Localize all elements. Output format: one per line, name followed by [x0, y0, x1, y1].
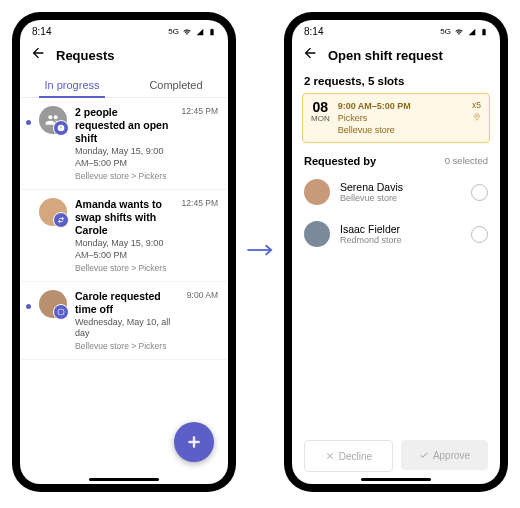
- tabs: In progress Completed: [20, 71, 228, 98]
- header: Requests: [20, 39, 228, 71]
- unread-dot: [26, 304, 31, 309]
- avatar: [304, 179, 330, 205]
- selected-count: 0 selected: [445, 155, 488, 167]
- shift-date: 08 MON: [311, 100, 330, 136]
- page-title: Open shift request: [328, 48, 443, 63]
- signal-icon: [467, 28, 477, 36]
- row-meta: Bellevue store > Pickers: [75, 171, 170, 181]
- page-title: Requests: [56, 48, 115, 63]
- close-icon: [325, 451, 335, 461]
- battery-icon: [208, 27, 216, 37]
- approve-button[interactable]: Approve: [401, 440, 488, 470]
- back-button[interactable]: [30, 45, 46, 65]
- shift-card[interactable]: 08 MON 9:00 AM–5:00 PM Pickers Bellevue …: [302, 93, 490, 143]
- row-meta: Bellevue store > Pickers: [75, 341, 175, 351]
- select-radio[interactable]: [471, 184, 488, 201]
- requested-by-header: Requested by 0 selected: [292, 143, 500, 171]
- status-icons: 5G: [168, 27, 216, 37]
- location-pin-icon: [473, 112, 481, 122]
- status-bar: 8:14 5G: [292, 20, 500, 39]
- requester-store: Bellevue store: [340, 193, 461, 203]
- row-meta: Bellevue store > Pickers: [75, 263, 170, 273]
- svg-point-1: [476, 115, 478, 117]
- requester-row[interactable]: Isaac Fielder Redmond store: [292, 213, 500, 255]
- row-title: Amanda wants to swap shifts with Carole: [75, 198, 170, 237]
- group-avatar: [39, 106, 67, 134]
- shift-time: 9:00 AM–5:00 PM: [338, 100, 481, 112]
- phone-right: 8:14 5G Open shift request 2 requests, 5…: [284, 12, 508, 492]
- requester-name: Isaac Fielder: [340, 223, 461, 235]
- battery-icon: [480, 27, 488, 37]
- decline-label: Decline: [339, 451, 372, 462]
- tab-completed[interactable]: Completed: [124, 71, 228, 97]
- request-row[interactable]: Carole requested time off Wednesday, May…: [20, 282, 228, 361]
- network-label: 5G: [440, 27, 451, 36]
- signal-icon: [195, 28, 205, 36]
- clock: 8:14: [32, 26, 51, 37]
- open-shift-badge-icon: [53, 120, 69, 136]
- shift-dow: MON: [311, 115, 330, 124]
- requester-row[interactable]: Serena Davis Bellevue store: [292, 171, 500, 213]
- row-title: 2 people requested an open shift: [75, 106, 170, 145]
- requester-name: Serena Davis: [340, 181, 461, 193]
- clock: 8:14: [304, 26, 323, 37]
- request-row[interactable]: 2 people requested an open shift Monday,…: [20, 98, 228, 190]
- requested-by-label: Requested by: [304, 155, 376, 167]
- avatar: [39, 198, 67, 226]
- avatar: [39, 290, 67, 318]
- network-label: 5G: [168, 27, 179, 36]
- home-indicator: [89, 478, 159, 481]
- header: Open shift request: [292, 39, 500, 71]
- row-sub: Monday, May 15, 9:00 AM–5:00 PM: [75, 146, 170, 169]
- shift-store: Bellevue store: [338, 124, 481, 136]
- status-bar: 8:14 5G: [20, 20, 228, 39]
- status-icons: 5G: [440, 27, 488, 37]
- select-radio[interactable]: [471, 226, 488, 243]
- row-sub: Wednesday, May 10, all day: [75, 317, 175, 340]
- action-bar: Decline Approve: [292, 440, 500, 472]
- row-sub: Monday, May 15, 9:00 AM–5:00 PM: [75, 238, 170, 261]
- phone-left: 8:14 5G Requests In progress Completed: [12, 12, 236, 492]
- swap-badge-icon: [53, 212, 69, 228]
- arrow-right-icon: [246, 240, 274, 264]
- back-button[interactable]: [302, 45, 318, 65]
- shift-day: 08: [311, 100, 330, 115]
- request-row[interactable]: Amanda wants to swap shifts with Carole …: [20, 190, 228, 282]
- wifi-icon: [182, 28, 192, 36]
- wifi-icon: [454, 28, 464, 36]
- shift-team: Pickers: [338, 112, 481, 124]
- fab-new-request[interactable]: [174, 422, 214, 462]
- requester-store: Redmond store: [340, 235, 461, 245]
- decline-button[interactable]: Decline: [304, 440, 393, 472]
- row-time: 12:45 PM: [182, 106, 218, 181]
- timeoff-badge-icon: [53, 304, 69, 320]
- unread-dot: [26, 120, 31, 125]
- row-time: 9:00 AM: [187, 290, 218, 352]
- approve-label: Approve: [433, 450, 470, 461]
- tab-in-progress[interactable]: In progress: [20, 71, 124, 97]
- unread-dot: [26, 212, 31, 217]
- summary: 2 requests, 5 slots: [292, 71, 500, 93]
- row-title: Carole requested time off: [75, 290, 175, 316]
- shift-count: x5: [472, 100, 481, 112]
- avatar: [304, 221, 330, 247]
- home-indicator: [361, 478, 431, 481]
- check-icon: [419, 450, 429, 460]
- row-time: 12:45 PM: [182, 198, 218, 273]
